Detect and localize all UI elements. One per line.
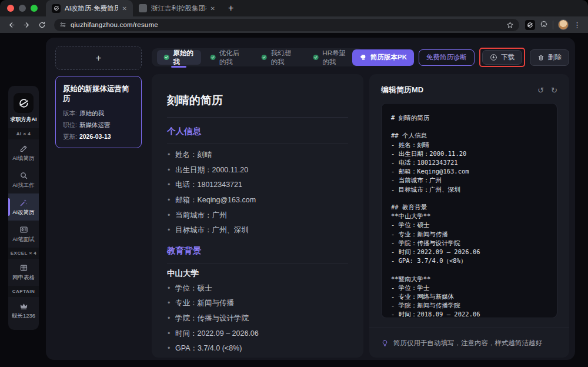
- sidebar-item-improve-resume[interactable]: AI改简历: [8, 193, 39, 221]
- list-item: 目标城市：广州、深圳: [167, 223, 348, 238]
- version-tab-label: HR希望的我: [322, 49, 352, 66]
- list-item: 电话：18012343721: [167, 178, 348, 193]
- list-item: 时间：2022.09 – 2026.06: [167, 326, 348, 342]
- add-resume-button[interactable]: +: [55, 46, 142, 70]
- button-label: 删除: [548, 53, 562, 62]
- browser-tab-inactive[interactable]: 浙江吉利控股集团有限公司 - 校 ✕: [133, 0, 221, 16]
- field-value: 新媒体运营: [79, 121, 111, 129]
- resume-library: + 原始的新媒体运营简历 版本: 原始的我 职位: 新媒体运营 更新: 2026…: [55, 46, 142, 148]
- sidebar-item-label: AI填简历: [12, 155, 34, 162]
- tab-close-icon[interactable]: ✕: [211, 5, 215, 12]
- download-icon: [490, 54, 497, 61]
- sidebar-item-label: AI找工作: [12, 182, 34, 189]
- divider: [167, 144, 348, 144]
- main-container: + 原始的新媒体运营简历 版本: 原始的我 职位: 新媒体运营 更新: 2026…: [46, 38, 575, 360]
- sidebar-item-fill-resume[interactable]: AI填简历: [8, 139, 39, 166]
- sidebar-item-find-job[interactable]: AI找工作: [8, 166, 39, 193]
- url-text: qiuzhifangzhou.com/resume: [71, 21, 502, 28]
- app-logo: [14, 93, 34, 113]
- button-label: 简历版本PK: [370, 53, 407, 62]
- version-tab-optimized[interactable]: 优化后的我: [203, 50, 253, 65]
- profile-avatar[interactable]: [558, 19, 569, 30]
- browser-tab-active[interactable]: AI改简历-免费简历优化|在线代 ✕: [46, 0, 133, 16]
- back-icon[interactable]: [5, 18, 18, 31]
- search-icon: [19, 171, 28, 180]
- resume-card-job: 职位: 新媒体运营: [63, 121, 134, 129]
- forward-icon[interactable]: [20, 18, 33, 31]
- minimize-window-button[interactable]: [19, 5, 26, 12]
- free-diagnosis-button[interactable]: 免费简历诊断: [419, 49, 475, 66]
- sidebar-item-label: AI改简历: [12, 209, 34, 216]
- section-heading-education: 教育背景: [167, 245, 348, 256]
- site-settings-icon[interactable]: [59, 21, 66, 28]
- redo-icon[interactable]: ↻: [551, 86, 557, 95]
- resume-card[interactable]: 原始的新媒体运营简历 版本: 原始的我 职位: 新媒体运营 更新: 2026-0…: [55, 76, 142, 148]
- app-sidebar: 求职方舟AI AI × 4 AI填简历 AI找工作 AI改简历 AI笔面试 EX…: [8, 86, 39, 330]
- sidebar-item-captain[interactable]: 舰长1236: [8, 297, 39, 324]
- action-bar: 简历版本PK 免费简历诊断 下载 删除: [369, 48, 569, 66]
- school1-list: 学位：硕士 专业：新闻与传播 学院：传播与设计学院 时间：2022.09 – 2…: [167, 281, 348, 356]
- lightbulb-icon: [381, 339, 389, 347]
- editor-header: 编辑简历MD ↺ ↻: [369, 74, 569, 95]
- field-label: 职位:: [63, 121, 77, 129]
- preview-column: 原始的我 优化后的我 我幻想的我 HR希望的我: [152, 48, 363, 358]
- zoom-window-button[interactable]: [31, 5, 38, 12]
- resume-card-title: 原始的新媒体运营简历: [63, 84, 134, 104]
- url-bar[interactable]: qiuzhifangzhou.com/resume: [54, 19, 519, 31]
- sidebar-section-ai: AI × 4: [8, 128, 39, 139]
- site-favicon: [52, 4, 61, 13]
- field-value: 2026-03-13: [79, 133, 111, 141]
- version-tab-original[interactable]: 原始的我: [157, 50, 201, 65]
- version-tab-hr[interactable]: HR希望的我: [306, 50, 358, 65]
- resume-card-version: 版本: 原始的我: [63, 109, 134, 118]
- check-circle-icon: [313, 54, 319, 61]
- download-button[interactable]: 下载: [482, 50, 522, 65]
- new-tab-button[interactable]: +: [221, 3, 240, 14]
- sidebar-item-application-forms[interactable]: 网申表格: [8, 259, 39, 286]
- list-item: 学院：传播与设计学院: [167, 311, 348, 326]
- tab-close-icon[interactable]: ✕: [122, 5, 127, 12]
- version-tab-label: 原始的我: [173, 49, 194, 66]
- bookmark-star-icon[interactable]: [506, 21, 514, 29]
- delete-button[interactable]: 删除: [530, 49, 569, 66]
- toolbar-divider: [553, 21, 553, 29]
- toolbar-icons: ⋮: [525, 19, 583, 30]
- resume-title: 刻晴的简历: [167, 93, 348, 108]
- version-tab-label: 优化后的我: [219, 49, 246, 66]
- browser-tab-strip: AI改简历-免费简历优化|在线代 ✕ 浙江吉利控股集团有限公司 - 校 ✕ +: [0, 0, 588, 16]
- list-item: 专业：新闻与传播: [167, 296, 348, 311]
- markdown-textarea[interactable]: # 刻晴的简历 ## 个人信息 - 姓名：刻晴 - 出生日期：2000.11.2…: [381, 103, 557, 318]
- resume-preview-panel[interactable]: 刻晴的简历 个人信息 姓名：刻晴 出生日期：2000.11.20 电话：1801…: [152, 74, 363, 358]
- browser-window: AI改简历-免费简历优化|在线代 ✕ 浙江吉利控股集团有限公司 - 校 ✕ + …: [0, 0, 588, 367]
- sidebar-item-label: 舰长1236: [12, 312, 35, 320]
- chrome-menu-icon[interactable]: ⋮: [573, 21, 581, 29]
- check-circle-icon: [210, 54, 216, 61]
- divider: [167, 117, 348, 118]
- section-heading-personal: 个人信息: [167, 126, 348, 137]
- edit-pencil-icon: [19, 144, 28, 153]
- check-circle-icon: [261, 54, 267, 61]
- sidebar-item-label: 网申表格: [12, 274, 35, 282]
- crown-icon: [19, 302, 28, 311]
- editor-footer: 简历仅用于自动填写，注意内容，样式越简洁越好: [369, 328, 569, 358]
- undo-icon[interactable]: ↺: [537, 86, 544, 95]
- button-label: 下载: [501, 53, 514, 62]
- site-extension-icon[interactable]: [525, 20, 535, 30]
- sidebar-item-interview[interactable]: AI笔面试: [8, 221, 39, 248]
- close-window-button[interactable]: [7, 5, 14, 12]
- sidebar-section-captain: CAPTAIN: [8, 286, 39, 297]
- resume-card-updated: 更新: 2026-03-13: [63, 133, 134, 141]
- list-item: 邮箱：Keqing@163.com: [167, 193, 348, 208]
- reload-icon[interactable]: [35, 18, 48, 31]
- app-page: 求职方舟AI AI × 4 AI填简历 AI找工作 AI改简历 AI笔面试 EX…: [0, 33, 588, 367]
- extensions-puzzle-icon[interactable]: [540, 21, 548, 29]
- plus-icon: +: [96, 52, 102, 64]
- version-pk-button[interactable]: 简历版本PK: [352, 49, 414, 66]
- history-controls: ↺ ↻: [537, 86, 557, 95]
- table-icon: [19, 263, 28, 272]
- field-label: 版本:: [63, 109, 77, 118]
- trash-icon: [537, 54, 544, 61]
- personal-info-list: 姓名：刻晴 出生日期：2000.11.20 电话：18012343721 邮箱：…: [167, 148, 348, 238]
- version-tab-dream[interactable]: 我幻想的我: [255, 50, 304, 65]
- sidebar-item-label: AI笔面试: [12, 236, 34, 243]
